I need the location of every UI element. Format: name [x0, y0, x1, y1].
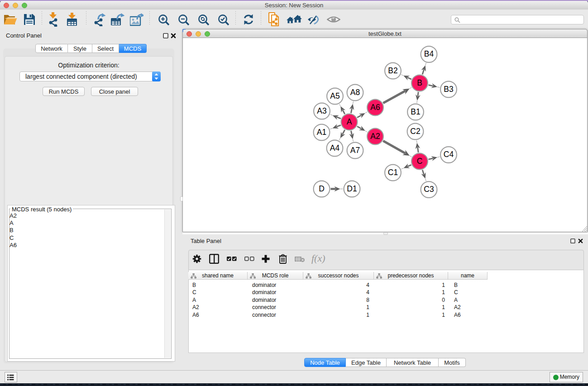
svg-text:A5: A5 [330, 91, 339, 100]
svg-text:B1: B1 [411, 107, 420, 116]
svg-text:A: A [347, 117, 352, 126]
svg-text:A4: A4 [330, 143, 340, 152]
svg-text:C1: C1 [388, 168, 398, 177]
svg-text:C4: C4 [444, 150, 454, 159]
svg-text:A8: A8 [350, 88, 360, 97]
svg-text:B4: B4 [424, 49, 434, 58]
svg-text:A7: A7 [350, 146, 360, 155]
svg-text:A6: A6 [370, 103, 380, 112]
svg-text:D: D [319, 184, 325, 193]
svg-text:A2: A2 [370, 132, 380, 141]
svg-text:A1: A1 [317, 128, 326, 137]
svg-text:B3: B3 [444, 85, 453, 94]
svg-text:D1: D1 [347, 184, 357, 193]
svg-text:A3: A3 [317, 106, 326, 115]
svg-text:B2: B2 [388, 66, 397, 75]
svg-text:C3: C3 [424, 185, 434, 194]
svg-text:C: C [417, 157, 423, 166]
svg-text:C2: C2 [410, 127, 420, 136]
svg-text:B: B [417, 78, 422, 87]
